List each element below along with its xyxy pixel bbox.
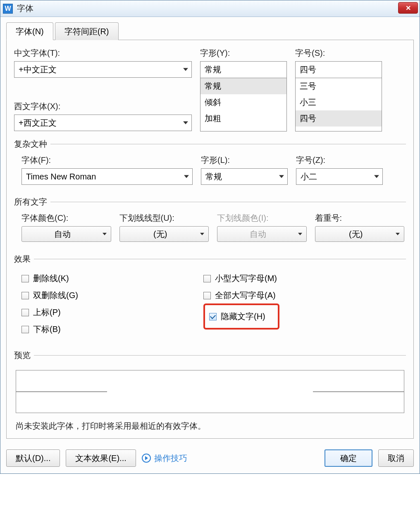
checkbox-icon[interactable] [203,292,211,299]
tabpage-font: 中文字体(T): +中文正文 字形(Y): 常规 常规 倾斜 加粗 [6,40,414,439]
size-input[interactable]: 四号 [295,61,382,78]
preview-box [16,370,404,413]
underline-color-combo: 自动 [217,226,307,242]
text-effect-button-label: 文本效果(E)... [75,453,126,464]
checkbox-icon[interactable] [203,275,211,282]
complex-font-value: Times New Roman [26,172,96,182]
chevron-down-icon [183,68,188,71]
chevron-down-icon [396,233,400,235]
footnote-text: 尚未安装此字体，打印时将采用最相近的有效字体。 [16,420,404,432]
chevron-down-icon [183,122,188,124]
all-text-group: 所有文字 字体颜色(C): 自动 下划线线型(U): [14,196,406,246]
all-text-legend: 所有文字 [14,196,50,208]
default-button[interactable]: 默认(D)... [6,449,60,467]
complex-size-combo[interactable]: 小二 [296,168,383,185]
complex-legend: 复杂文种 [14,139,50,150]
underline-color-label: 下划线颜色(I): [217,213,307,224]
style-label: 字形(Y): [200,48,287,59]
chevron-down-icon [184,175,189,178]
close-button[interactable]: ✕ [398,2,418,14]
cancel-button-label: 取消 [388,453,404,464]
list-item[interactable]: 三号 [296,78,382,94]
effects-group: 效果 删除线(K) 双删除线(G) 上标(P) 下标(B) 小型大写字母(M) … [14,253,406,342]
size-listbox[interactable]: 三号 小三 四号 [295,78,382,131]
cn-font-combo[interactable]: +中文正文 [14,61,192,78]
ok-button[interactable]: 确定 [325,449,372,467]
tab-font-label: 字体(N) [16,27,44,36]
allcaps-label: 全部大写字母(A) [215,290,276,301]
list-item[interactable]: 四号 [296,110,382,127]
tab-spacing-label: 字符间距(R) [64,27,109,36]
western-font-label: 西文字体(X): [14,101,192,112]
color-label: 字体颜色(C): [21,213,111,224]
chevron-down-icon [103,233,107,235]
complex-style-value: 常规 [205,171,222,182]
checkbox-icon[interactable] [21,292,29,299]
font-dialog-window: W 字体 ✕ 字体(N) 字符间距(R) 中文字体(T): +中文正文 [0,0,420,474]
effects-legend: 效果 [14,253,34,265]
tabstrip: 字体(N) 字符间距(R) [6,22,414,40]
cn-font-label: 中文字体(T): [14,48,192,59]
list-item[interactable]: 加粗 [200,110,286,127]
underline-value: (无) [153,229,167,240]
complex-style-combo[interactable]: 常规 [201,168,288,185]
checkbox-icon[interactable] [21,309,29,316]
color-combo[interactable]: 自动 [21,226,111,242]
checkbox-icon[interactable] [209,313,217,320]
dstrike-checkbox-row[interactable]: 双删除线(G) [21,290,187,301]
smallcaps-checkbox-row[interactable]: 小型大写字母(M) [203,273,404,284]
list-item[interactable]: 小三 [296,94,382,110]
text-effect-button[interactable]: 文本效果(E)... [66,449,136,467]
chevron-down-icon [279,175,284,178]
complex-group: 复杂文种 字体(F): Times New Roman 字形(L): [14,139,406,189]
tab-spacing[interactable]: 字符间距(R) [55,22,119,40]
complex-font-combo[interactable]: Times New Roman [21,168,193,185]
emphasis-value: (无) [349,229,363,240]
dstrike-label: 双删除线(G) [33,290,78,301]
list-item[interactable]: 倾斜 [200,94,286,110]
client-area: 字体(N) 字符间距(R) 中文字体(T): +中文正文 字形(Y): 常规 [0,17,420,444]
app-icon: W [3,4,13,14]
help-link[interactable]: 操作技巧 [142,453,187,464]
checkbox-icon[interactable] [21,326,29,333]
style-listbox[interactable]: 常规 倾斜 加粗 [200,78,287,131]
chevron-down-icon [200,233,204,235]
hidden-checkbox-row[interactable]: 隐藏文字(H) [209,311,265,322]
chevron-down-icon [298,233,302,235]
style-input[interactable]: 常规 [200,61,287,78]
list-item[interactable]: 常规 [200,78,286,94]
emphasis-combo[interactable]: (无) [315,226,405,242]
help-link-label: 操作技巧 [154,453,187,464]
color-value: 自动 [54,229,71,240]
sup-checkbox-row[interactable]: 上标(P) [21,307,187,318]
sup-label: 上标(P) [33,307,61,318]
window-title: 字体 [17,3,33,14]
tab-font[interactable]: 字体(N) [6,22,53,40]
titlebar: W 字体 ✕ [0,0,420,17]
smallcaps-label: 小型大写字母(M) [215,273,277,284]
underline-color-value: 自动 [250,229,266,240]
bottombar: 默认(D)... 文本效果(E)... 操作技巧 确定 取消 [0,444,420,473]
western-font-value: +西文正文 [19,117,57,129]
close-icon: ✕ [406,4,411,12]
strike-checkbox-row[interactable]: 删除线(K) [21,273,187,284]
preview-legend: 预览 [14,350,34,361]
underline-combo[interactable]: (无) [119,226,209,242]
western-font-combo[interactable]: +西文正文 [14,115,192,131]
cn-font-value: +中文正文 [19,64,57,75]
sub-checkbox-row[interactable]: 下标(B) [21,324,187,335]
ok-button-label: 确定 [340,453,357,464]
checkbox-icon[interactable] [21,275,29,282]
allcaps-checkbox-row[interactable]: 全部大写字母(A) [203,290,404,301]
cancel-button[interactable]: 取消 [378,449,414,467]
preview-group: 预览 [14,350,406,415]
complex-style-label: 字形(L): [201,155,288,166]
complex-size-label: 字号(Z): [296,155,383,166]
emphasis-label: 着重号: [315,213,405,224]
size-label: 字号(S): [295,48,382,59]
style-value: 常规 [205,64,221,75]
size-value: 四号 [300,64,316,75]
complex-font-label: 字体(F): [21,155,193,166]
sub-label: 下标(B) [33,324,61,335]
underline-label: 下划线线型(U): [119,213,209,224]
